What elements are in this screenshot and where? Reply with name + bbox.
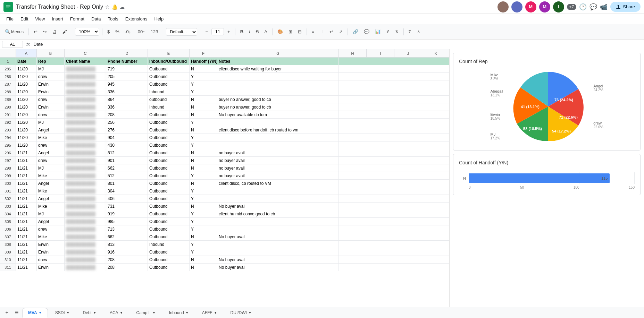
cell-rep[interactable]: drew	[37, 225, 65, 233]
font-select[interactable]: Default...	[166, 28, 197, 36]
cell-handoff[interactable]: Y	[190, 241, 217, 248]
cell-direction[interactable]: Outbound	[148, 65, 190, 72]
cell-notes[interactable]: no buyer avail	[217, 164, 339, 172]
menu-insert[interactable]: Insert	[49, 15, 66, 23]
cell-phone[interactable]: 719	[106, 65, 148, 72]
cell-direction[interactable]: Outbound	[148, 180, 190, 187]
col-header-d[interactable]: D	[106, 49, 148, 57]
col-header-g[interactable]: G	[217, 49, 339, 57]
cell-date[interactable]: 11/21	[16, 203, 37, 210]
more-users-badge[interactable]: +7	[567, 4, 577, 10]
cell-phone[interactable]: 336	[106, 103, 148, 111]
cell-date[interactable]: 11/20	[16, 73, 37, 80]
cell-notes[interactable]	[217, 248, 339, 256]
avatar-3[interactable]: M	[525, 1, 536, 12]
cell-rep[interactable]: Erwin	[37, 103, 65, 111]
cell-rep[interactable]: MJ	[37, 65, 65, 72]
col-header-h[interactable]: H	[339, 49, 367, 57]
cell-handoff[interactable]: N	[190, 103, 217, 111]
cell-phone[interactable]: 256	[106, 119, 148, 126]
cell-phone[interactable]: 864	[106, 96, 148, 103]
cell-client[interactable]: ██████████	[65, 241, 106, 248]
cell-phone[interactable]: 276	[106, 126, 148, 134]
cell-handoff[interactable]: N	[190, 233, 217, 240]
cell-direction[interactable]: Outbound	[148, 111, 190, 118]
cell-date[interactable]: 11/21	[16, 264, 37, 271]
cell-date[interactable]: 11/21	[16, 157, 37, 164]
cell-date[interactable]: 11/20	[16, 65, 37, 72]
cell-client[interactable]: ██████████	[65, 164, 106, 172]
cell-phone[interactable]: 208	[106, 256, 148, 263]
menu-format[interactable]: Format	[67, 15, 87, 23]
chart-button[interactable]: 📊	[373, 28, 383, 36]
cell-handoff[interactable]: N	[190, 203, 217, 210]
cell-date[interactable]: 11/20	[16, 134, 37, 141]
cell-handoff[interactable]: N	[190, 111, 217, 118]
cell-handoff[interactable]: Y	[190, 248, 217, 256]
cell-client[interactable]: ██████████	[65, 80, 106, 88]
cell-phone[interactable]: 662	[106, 164, 148, 172]
increase-decimals-button[interactable]: .00↑	[134, 28, 147, 36]
print-button[interactable]: 🖨	[50, 28, 59, 36]
cell-date[interactable]: 11/21	[16, 195, 37, 202]
cell-notes[interactable]	[217, 88, 339, 95]
menu-file[interactable]: File	[3, 15, 16, 23]
cell-client[interactable]: ██████████	[65, 141, 106, 149]
cell-notes[interactable]: No buyer avail	[217, 233, 339, 240]
col-header-j[interactable]: J	[394, 49, 422, 57]
paint-format-button[interactable]: 🖌	[60, 28, 69, 36]
redo-button[interactable]: ↪	[41, 28, 49, 36]
cell-notes[interactable]: buyer no answer, good to cb	[217, 103, 339, 111]
cell-direction[interactable]: Inbound	[148, 88, 190, 95]
cell-direction[interactable]: outbound	[148, 96, 190, 103]
star-icon[interactable]: ☆	[105, 4, 110, 10]
col-header-f[interactable]: F	[190, 49, 217, 57]
cell-date[interactable]: 11/20	[16, 119, 37, 126]
cell-client[interactable]: ██████████	[65, 195, 106, 202]
cell-client[interactable]: ██████████	[65, 88, 106, 95]
halign-button[interactable]: ≡	[310, 28, 317, 36]
header-cell-direction[interactable]: Inbound/Outbound	[148, 58, 190, 65]
avatar-4[interactable]: M	[539, 1, 550, 12]
header-cell-handoff[interactable]: Handoff (Y/N)	[190, 58, 217, 65]
cell-phone[interactable]: 919	[106, 210, 148, 217]
cell-phone[interactable]: 731	[106, 203, 148, 210]
cell-direction[interactable]: Outbound	[148, 264, 190, 271]
history-icon[interactable]: 🕐	[579, 3, 587, 11]
cell-reference-input[interactable]	[2, 41, 23, 48]
cell-date[interactable]: 11/20	[16, 111, 37, 118]
cell-rep[interactable]: MJ	[37, 164, 65, 172]
cell-notes[interactable]: client hu mid convo good to cb	[217, 210, 339, 217]
menu-edit[interactable]: Edit	[18, 15, 31, 23]
col-header-k[interactable]: K	[422, 49, 450, 57]
cell-direction[interactable]: Outbound	[148, 210, 190, 217]
cell-direction[interactable]: Outbound	[148, 172, 190, 179]
cell-client[interactable]: ██████████	[65, 233, 106, 240]
cell-date[interactable]: 11/21	[16, 256, 37, 263]
cell-handoff[interactable]: Y	[190, 134, 217, 141]
avatar-5[interactable]: I	[553, 1, 564, 12]
menu-help[interactable]: Help	[151, 15, 166, 23]
cell-phone[interactable]: 812	[106, 149, 148, 156]
tab-dui-dwi[interactable]: DUI/DWI ▼	[225, 308, 258, 318]
cell-handoff[interactable]: Y	[190, 73, 217, 80]
cell-handoff[interactable]: N	[190, 65, 217, 72]
cell-client[interactable]: ██████████	[65, 65, 106, 72]
cell-client[interactable]: ██████████	[65, 187, 106, 195]
cell-rep[interactable]: Angel	[37, 149, 65, 156]
cell-rep[interactable]: Erwin	[37, 241, 65, 248]
cell-handoff[interactable]: Y	[190, 172, 217, 179]
cell-client[interactable]: ██████████	[65, 225, 106, 233]
text-color-button[interactable]: A	[262, 28, 269, 36]
cell-notes[interactable]	[217, 187, 339, 195]
cell-direction[interactable]: Outbound	[148, 141, 190, 149]
cell-rep[interactable]: Erwin	[37, 88, 65, 95]
cell-direction[interactable]: Outbound	[148, 203, 190, 210]
cell-rep[interactable]: Angel	[37, 180, 65, 187]
cell-notes[interactable]: no buyer avail	[217, 157, 339, 164]
search-menus-button[interactable]: 🔍 Menus	[3, 28, 26, 36]
tab-mva[interactable]: MVA ▼	[22, 308, 48, 318]
cell-direction[interactable]: Outbound	[148, 134, 190, 141]
cell-phone[interactable]: 813	[106, 241, 148, 248]
cell-direction[interactable]: Inbound	[148, 103, 190, 111]
